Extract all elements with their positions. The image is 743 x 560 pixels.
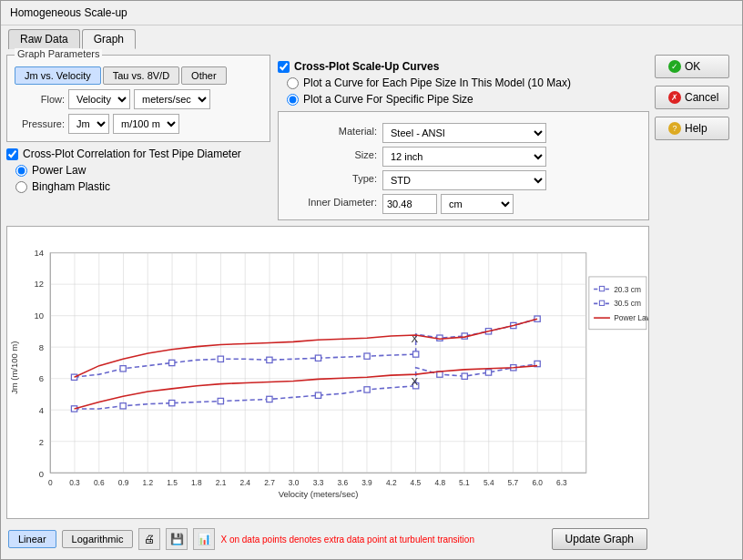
linear-button[interactable]: Linear: [8, 530, 56, 548]
svg-text:0.9: 0.9: [118, 478, 129, 487]
tab-raw-data[interactable]: Raw Data: [8, 29, 80, 49]
power-law-radio[interactable]: [15, 165, 27, 177]
help-button[interactable]: ? Help: [655, 117, 729, 140]
svg-text:12: 12: [34, 279, 44, 289]
bingham-plastic-radio[interactable]: [15, 181, 27, 193]
bingham-plastic-radio-row: Bingham Plastic: [15, 180, 270, 193]
svg-text:5.4: 5.4: [483, 478, 494, 487]
marker: [315, 392, 321, 398]
help-icon: ?: [668, 122, 681, 135]
svg-text:0: 0: [48, 478, 53, 487]
marker: [120, 366, 126, 372]
svg-text:0.6: 0.6: [94, 478, 105, 487]
svg-text:3.9: 3.9: [361, 478, 372, 487]
flow-row: Flow: Velocity meters/sec: [15, 89, 262, 109]
right-panel: ✓ OK ✗ Cancel ? Help: [655, 55, 737, 554]
size-select[interactable]: 12 inch: [382, 147, 546, 167]
graph-params-panel: Graph Parameters Jm vs. Velocity Tau vs.…: [6, 55, 270, 220]
svg-text:1.8: 1.8: [191, 478, 202, 487]
icon-btn-2[interactable]: 💾: [166, 528, 188, 550]
svg-text:Jm (m/100 m): Jm (m/100 m): [9, 341, 19, 394]
svg-text:14: 14: [34, 248, 44, 258]
specific-pipe-radio-row: Plot a Curve For Specific Pipe Size: [287, 93, 649, 106]
sub-tab-tau-8vd[interactable]: Tau vs. 8V/D: [103, 66, 179, 85]
sub-tab-group: Jm vs. Velocity Tau vs. 8V/D Other: [15, 66, 262, 85]
svg-text:0: 0: [39, 469, 44, 479]
marker: [267, 396, 272, 402]
main-window: Homogeneous Scale-up Raw Data Graph Grap…: [0, 0, 743, 560]
svg-text:0.3: 0.3: [69, 478, 80, 487]
marker: [364, 353, 370, 359]
cancel-button[interactable]: ✗ Cancel: [655, 86, 729, 109]
graph-params-title: Graph Parameters: [15, 48, 102, 59]
marker: [485, 370, 491, 375]
bingham-plastic-label: Bingham Plastic: [32, 180, 110, 193]
material-select[interactable]: Steel - ANSI: [382, 123, 546, 143]
specific-pipe-radio[interactable]: [287, 94, 299, 106]
svg-text:6.3: 6.3: [556, 478, 567, 487]
svg-text:4: 4: [39, 405, 44, 415]
flow-select[interactable]: Velocity: [68, 89, 130, 109]
cross-plot-scale-checkbox-row: Cross-Plot Scale-Up Curves: [278, 60, 649, 73]
power-law-label: Power Law: [32, 164, 86, 177]
pressure-select[interactable]: Jm: [68, 114, 109, 134]
warning-text: X on data points denotes extra data poin…: [220, 535, 545, 545]
inner-diameter-label: Inner Diameter:: [286, 194, 377, 214]
chart-svg: 0 2 4 6 8 10 12 14 0 0.3 0.6 0.9 1.2 1.5…: [7, 227, 648, 518]
tab-graph[interactable]: Graph: [82, 29, 136, 49]
svg-text:Velocity (meters/sec): Velocity (meters/sec): [279, 489, 359, 499]
each-pipe-radio-row: Plot a Curve for Each Pipe Size In This …: [287, 76, 649, 89]
svg-text:4.5: 4.5: [411, 478, 422, 487]
each-pipe-radio[interactable]: [287, 77, 299, 89]
cross-plot-scale-label: Cross-Plot Scale-Up Curves: [294, 60, 439, 73]
flow-label: Flow:: [15, 94, 65, 105]
inner-diameter-input[interactable]: [382, 194, 437, 214]
icon-btn-3[interactable]: 📊: [193, 528, 215, 550]
svg-text:8: 8: [39, 342, 44, 352]
pressure-unit-select[interactable]: m/100 m: [113, 114, 179, 134]
svg-text:4.2: 4.2: [386, 478, 397, 487]
sub-tab-other[interactable]: Other: [181, 66, 227, 85]
legend-marker-2: [599, 300, 604, 305]
ok-button[interactable]: ✓ OK: [655, 55, 729, 78]
sub-tab-jm-velocity[interactable]: Jm vs. Velocity: [15, 66, 101, 85]
type-select[interactable]: STD: [382, 170, 546, 190]
svg-text:2.4: 2.4: [239, 478, 250, 487]
logarithmic-button[interactable]: Logarithmic: [62, 530, 134, 548]
update-graph-button[interactable]: Update Graph: [552, 528, 647, 550]
svg-text:3.6: 3.6: [337, 478, 348, 487]
icon-btn-1[interactable]: 🖨: [138, 528, 160, 550]
flow-unit-select[interactable]: meters/sec: [134, 89, 210, 109]
svg-text:3.0: 3.0: [289, 478, 300, 487]
marker: [413, 351, 419, 357]
svg-text:10: 10: [34, 311, 44, 321]
marker: [315, 355, 321, 361]
marker: [462, 373, 467, 379]
inner-diameter-row: cm: [382, 194, 641, 214]
top-section: Graph Parameters Jm vs. Velocity Tau vs.…: [6, 55, 649, 220]
window-title: Homogeneous Scale-up: [10, 6, 127, 19]
cross-plot-scale-panel: Cross-Plot Scale-Up Curves Plot a Curve …: [278, 55, 649, 220]
content-area: Graph Parameters Jm vs. Velocity Tau vs.…: [1, 49, 742, 559]
legend-label-1: 20.3 cm: [614, 285, 641, 294]
svg-text:6: 6: [39, 374, 44, 384]
legend-marker-1: [599, 286, 604, 290]
cross-plot-scale-checkbox[interactable]: [278, 61, 290, 73]
marker: [218, 356, 223, 361]
marker: [169, 360, 175, 365]
svg-text:5.7: 5.7: [508, 478, 519, 487]
cross-plot-correlation-checkbox-row: Cross-Plot Correlation for Test Pipe Dia…: [6, 148, 270, 160]
legend-label-3: Power Law: [614, 313, 648, 322]
graph-area: 0 2 4 6 8 10 12 14 0 0.3 0.6 0.9 1.2 1.5…: [6, 226, 649, 519]
title-bar: Homogeneous Scale-up: [1, 1, 742, 25]
cross-plot-correlation-checkbox[interactable]: [6, 148, 18, 160]
svg-text:2.1: 2.1: [216, 478, 227, 487]
inner-diameter-unit-select[interactable]: cm: [441, 194, 514, 214]
marker: [218, 398, 223, 403]
type-label: Type:: [286, 170, 377, 190]
marker: [169, 400, 175, 405]
cross-plot-correlation-group: Cross-Plot Correlation for Test Pipe Dia…: [6, 148, 270, 193]
main-panel: Graph Parameters Jm vs. Velocity Tau vs.…: [6, 55, 649, 554]
size-label: Size:: [286, 147, 377, 167]
pipe-spec-group: Material: Steel - ANSI Size: 12 inch Typ…: [278, 111, 649, 220]
